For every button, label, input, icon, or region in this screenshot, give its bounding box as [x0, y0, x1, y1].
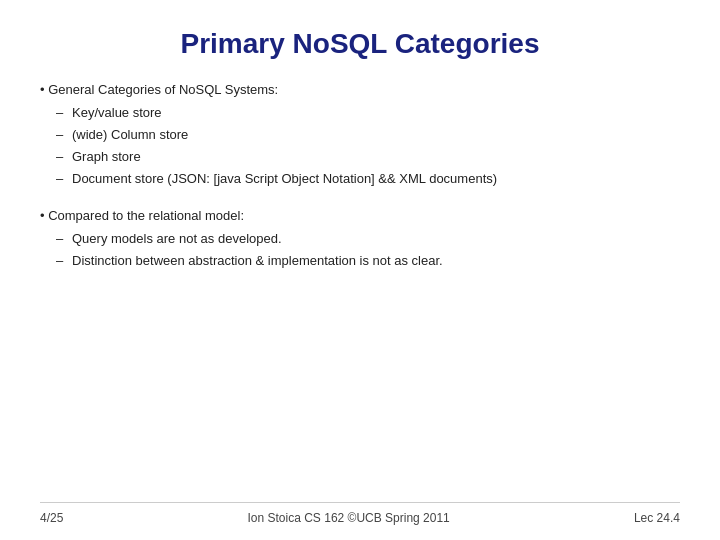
list-item: (wide) Column store: [40, 124, 680, 146]
slide: Primary NoSQL Categories • General Categ…: [0, 0, 720, 540]
content-area: • General Categories of NoSQL Systems: K…: [40, 82, 680, 502]
section-compared-list: Query models are not as developed. Disti…: [40, 228, 680, 272]
slide-number: 4/25: [40, 511, 63, 525]
footer-right: Lec 24.4: [634, 511, 680, 525]
section-compared-heading: • Compared to the relational model:: [40, 208, 680, 223]
footer: 4/25 Ion Stoica CS 162 ©UCB Spring 2011 …: [40, 502, 680, 525]
list-item: Key/value store: [40, 102, 680, 124]
list-item: Graph store: [40, 146, 680, 168]
section-general: • General Categories of NoSQL Systems: K…: [40, 82, 680, 190]
list-item: Query models are not as developed.: [40, 228, 680, 250]
list-item: Distinction between abstraction & implem…: [40, 250, 680, 272]
section-general-heading: • General Categories of NoSQL Systems:: [40, 82, 680, 97]
footer-center: Ion Stoica CS 162 ©UCB Spring 2011: [248, 511, 450, 525]
section-compared: • Compared to the relational model: Quer…: [40, 208, 680, 272]
list-item: Document store (JSON: [java Script Objec…: [40, 168, 680, 190]
slide-title: Primary NoSQL Categories: [40, 28, 680, 60]
section-general-list: Key/value store (wide) Column store Grap…: [40, 102, 680, 190]
